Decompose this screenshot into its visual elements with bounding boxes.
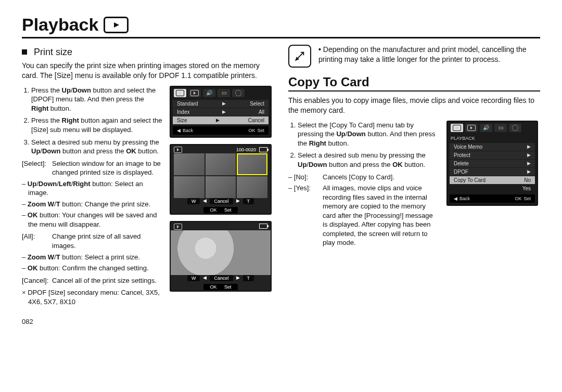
step-3: Select a desired sub menu by pressing th… — [31, 138, 162, 156]
chevron-right-icon: ▶ — [236, 275, 240, 281]
tip-box: Depending on the manufacturer and print … — [288, 45, 540, 68]
image-counter: 100-0020 — [236, 147, 256, 152]
copy-to-card-text: Select the [Copy To Card] menu tab by pr… — [288, 121, 439, 250]
sub-zoom-wt-change: Zoom W/T button: Change the print size. — [22, 200, 162, 209]
chevron-right-icon: ▶ — [527, 161, 531, 166]
tab-display-icon: ▭ — [494, 124, 507, 132]
thumbnail — [206, 176, 236, 198]
lcd-thumbnail-select: 100-0020 W — [170, 144, 272, 215]
step-1: Press the Up/Down button and select the … — [31, 86, 162, 113]
print-size-heading: Print size — [22, 47, 274, 58]
chevron-right-icon: ▶ — [236, 198, 240, 204]
chevron-right-icon: ▶ — [222, 109, 226, 114]
chevron-right-icon: ▶ — [527, 144, 531, 149]
tab-playback-icon — [174, 89, 186, 97]
copy-to-card-figure: 🔊 ▭ PLAYBACK Voice Memo▶ Protect▶ Delete… — [446, 121, 540, 250]
square-bullet-icon — [22, 49, 27, 55]
lcd-size-menu: 🔊 ▭ Standard▶Select Index▶All Size▶Cance… — [170, 86, 272, 138]
row-standard: Standard▶Select — [173, 100, 269, 108]
row-delete: Delete▶ — [450, 160, 535, 167]
zoom-t: T — [243, 198, 254, 204]
ok-set-bar: OK Set — [171, 207, 271, 213]
print-size-body: Press the Up/Down button and select the … — [22, 86, 274, 309]
tip-text: Depending on the manufacturer and print … — [318, 45, 540, 68]
play-icon — [174, 224, 182, 230]
note-icon — [288, 45, 311, 68]
row-protect: Protect▶ — [450, 151, 535, 159]
ok-set-hint: OK Set — [248, 128, 264, 133]
sub-udlr: Up/Down/Left/Right button: Select an ima… — [22, 179, 162, 198]
chevron-right-icon: ▶ — [216, 117, 220, 123]
copy-to-card-definitions: – [No]: Cancels [Copy to Card]. – [Yes]:… — [288, 173, 439, 247]
tab-icon — [188, 89, 201, 97]
row-index: Index▶All — [173, 108, 269, 116]
dpof-note: DPOF [Size] secondary menu: Cancel, 3X5,… — [22, 288, 162, 306]
copy-to-card-body: Select the [Copy To Card] menu tab by pr… — [288, 121, 540, 250]
def-select: [Select]: Selection window for an image … — [22, 159, 162, 177]
ok-set-hint: OK Set — [515, 196, 531, 201]
bullet-icon — [318, 45, 323, 54]
chevron-right-icon: ▶ — [527, 152, 531, 158]
row-copy-to-card: Copy To Card No — [450, 176, 535, 184]
zoom-t: T — [243, 275, 254, 281]
copy-to-card-steps: Select the [Copy To Card] menu tab by pr… — [288, 121, 439, 169]
wt-bar: W ◀ Cancel ▶ T — [171, 275, 271, 281]
manual-page: Playback Print size You can specify the … — [0, 0, 562, 336]
cancel-pill: Cancel — [210, 275, 233, 281]
ctc-step-1: Select the [Copy To Card] menu tab by pr… — [298, 121, 439, 148]
play-icon — [174, 147, 182, 153]
copy-to-card-intro: This enables you to copy image files, mo… — [288, 96, 540, 115]
row-dpof: DPOF▶ — [450, 168, 535, 176]
zoom-w: W — [187, 198, 200, 204]
back-hint: ◀ Back — [454, 196, 470, 201]
sub-zoom-wt-select: Zoom W/T button: Select a print size. — [22, 253, 162, 262]
lcd-copy-to-card: 🔊 ▭ PLAYBACK Voice Memo▶ Protect▶ Delete… — [446, 121, 538, 206]
row-yes-option: Yes — [450, 185, 535, 192]
thumbnail — [237, 176, 267, 198]
step-2: Press the Right button again and select … — [31, 116, 162, 134]
two-columns: Print size You can specify the print siz… — [22, 45, 540, 325]
print-size-figures: 🔊 ▭ Standard▶Select Index▶All Size▶Cance… — [170, 86, 274, 309]
tab-playback-icon — [451, 124, 463, 132]
tab-sound-icon: 🔊 — [480, 124, 492, 132]
tab-display-icon: ▭ — [218, 89, 230, 97]
chevron-right-icon: ▶ — [222, 101, 226, 106]
print-size-text: Press the Up/Down button and select the … — [22, 86, 162, 309]
page-title-text: Playback — [22, 15, 98, 35]
battery-icon — [259, 147, 267, 152]
thumbnail — [174, 153, 205, 175]
chevron-left-icon: ◀ — [203, 198, 207, 204]
lcd-bottombar: ◀ Back OK Set — [450, 194, 535, 203]
cancel-pill: Cancel — [210, 198, 233, 204]
def-cancel: [Cancel]: Cancel all of the print size s… — [22, 276, 162, 285]
row-voice-memo: Voice Memo▶ — [450, 143, 535, 151]
battery-icon — [259, 224, 267, 229]
sub-ok-confirm: OK button: Confirm the changed setting. — [22, 264, 162, 273]
back-hint: ◀ Back — [177, 128, 193, 133]
chevron-left-icon: ◀ — [203, 275, 207, 281]
copy-to-card-heading: Copy To Card — [288, 75, 540, 92]
def-yes: – [Yes]: All images, movie clips and voi… — [288, 184, 439, 247]
ok-set-bar: OK Set — [171, 284, 271, 290]
def-no: – [No]: Cancels [Copy to Card]. — [288, 173, 439, 182]
lcd-single-image: W ◀ Cancel ▶ T OK Set — [170, 221, 272, 292]
thumbnail — [174, 176, 205, 198]
chevron-right-icon: ▶ — [527, 169, 531, 174]
print-size-definitions: [Select]: Selection window for an image … — [22, 159, 162, 285]
sub-ok-save: OK button: Your changes will be saved an… — [22, 211, 162, 229]
thumbnail — [206, 153, 236, 175]
playback-icon — [104, 17, 129, 33]
left-column: Print size You can specify the print siz… — [22, 45, 274, 325]
def-all-sublist: Zoom W/T button: Select a print size. OK… — [22, 253, 162, 273]
tab-settings-icon — [232, 89, 245, 97]
ctc-step-2: Select a desired sub menu by pressing th… — [298, 151, 439, 169]
lcd-tabbar: 🔊 ▭ — [448, 122, 537, 134]
page-number: 082 — [22, 318, 274, 325]
menu-header: PLAYBACK — [448, 134, 537, 142]
lcd-bottombar: ◀ Back OK Set — [173, 126, 269, 135]
thumbnail-selected — [237, 153, 267, 175]
lcd-tabbar: 🔊 ▭ — [171, 87, 271, 99]
wt-bar: W ◀ Cancel ▶ T — [171, 198, 271, 204]
lcd-topbar: 100-0020 — [171, 145, 271, 154]
thumbnail-grid — [174, 153, 267, 198]
